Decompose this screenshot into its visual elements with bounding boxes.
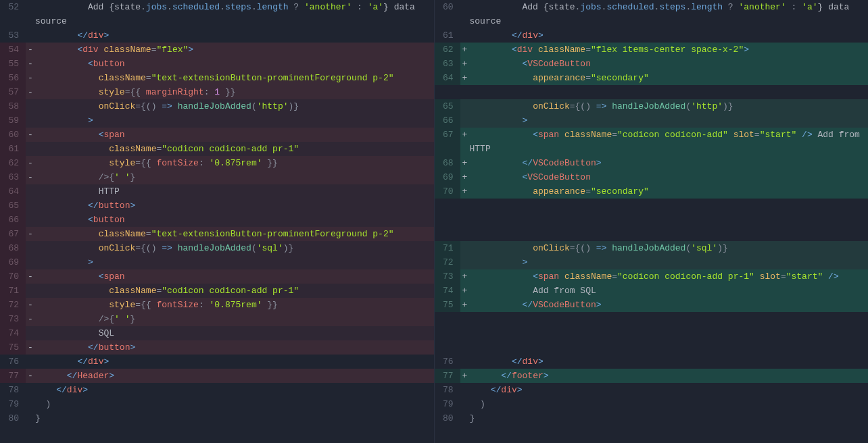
- diff-row[interactable]: 53 </div>: [0, 28, 434, 43]
- code-cell[interactable]: Add {state.jobs.scheduled.steps.length ?…: [470, 0, 869, 28]
- code-cell[interactable]: <button: [35, 57, 434, 71]
- code-cell[interactable]: <span className="codicon codicon-add pr-…: [470, 269, 869, 284]
- diff-row[interactable]: 64 HTTP: [0, 184, 434, 199]
- diff-row[interactable]: 57- style={{ marginRight: 1 }}: [0, 85, 434, 99]
- diff-row[interactable]: 71 className="codicon codicon-add pr-1": [0, 284, 434, 298]
- code-cell[interactable]: <span: [35, 269, 434, 284]
- code-cell[interactable]: <div className="flex">: [35, 43, 434, 57]
- diff-row[interactable]: 72- style={{ fontSize: '0.875rem' }}: [0, 298, 434, 312]
- diff-row[interactable]: 78 </div>: [0, 383, 434, 397]
- diff-row[interactable]: 74 SQL: [0, 326, 434, 340]
- code-cell[interactable]: </VSCodeButton>: [470, 298, 869, 312]
- code-cell[interactable]: />{' '}: [35, 170, 434, 184]
- diff-row[interactable]: 62+ <div className="flex items-center sp…: [435, 43, 869, 57]
- diff-row[interactable]: [435, 326, 869, 340]
- code-cell[interactable]: style={{ fontSize: '0.875rem' }}: [35, 298, 434, 312]
- diff-row[interactable]: 63+ <VSCodeButton: [435, 57, 869, 71]
- diff-row[interactable]: 67- className="text-extensionButton-prom…: [0, 227, 434, 241]
- diff-row[interactable]: 71 onClick={() => handleJobAdded('sql')}: [435, 241, 869, 255]
- diff-row[interactable]: 66 <button: [0, 213, 434, 227]
- code-cell[interactable]: onClick={() => handleJobAdded('http')}: [470, 99, 869, 113]
- code-cell[interactable]: ): [470, 397, 869, 411]
- code-cell[interactable]: style={{ fontSize: '0.875rem' }}: [35, 156, 434, 170]
- diff-row[interactable]: 80}: [0, 411, 434, 425]
- code-cell[interactable]: [470, 199, 869, 213]
- code-cell[interactable]: >: [470, 255, 869, 269]
- code-cell[interactable]: [470, 227, 869, 241]
- diff-row[interactable]: 58 onClick={() => handleJobAdded('http')…: [0, 99, 434, 113]
- diff-row[interactable]: 67+ <span className="codicon codicon-add…: [435, 128, 869, 156]
- diff-row[interactable]: 70- <span: [0, 269, 434, 284]
- code-cell[interactable]: <VSCodeButton: [470, 57, 869, 71]
- diff-row[interactable]: 68 onClick={() => handleJobAdded('sql')}: [0, 241, 434, 255]
- code-cell[interactable]: className="codicon codicon-add pr-1": [35, 284, 434, 298]
- diff-row[interactable]: 80}: [435, 411, 869, 425]
- code-cell[interactable]: </VSCodeButton>: [470, 156, 869, 170]
- diff-row[interactable]: 72 >: [435, 255, 869, 269]
- code-cell[interactable]: />{' '}: [35, 312, 434, 326]
- diff-row[interactable]: 66 >: [435, 113, 869, 128]
- diff-pane-right[interactable]: 60 Add {state.jobs.scheduled.steps.lengt…: [435, 0, 869, 443]
- code-cell[interactable]: className="codicon codicon-add pr-1": [35, 142, 434, 156]
- code-cell[interactable]: appearance="secondary": [470, 71, 869, 85]
- diff-row[interactable]: 63- />{' '}: [0, 170, 434, 184]
- diff-row[interactable]: 55- <button: [0, 57, 434, 71]
- diff-row[interactable]: 79 ): [435, 397, 869, 411]
- diff-row[interactable]: 61 </div>: [435, 28, 869, 43]
- diff-row[interactable]: 61 className="codicon codicon-add pr-1": [0, 142, 434, 156]
- diff-row[interactable]: 76 </div>: [0, 355, 434, 369]
- diff-row[interactable]: 74+ Add from SQL: [435, 284, 869, 298]
- code-cell[interactable]: [470, 85, 869, 99]
- diff-row[interactable]: [435, 340, 869, 355]
- code-cell[interactable]: HTTP: [35, 184, 434, 199]
- code-cell[interactable]: [470, 340, 869, 355]
- code-cell[interactable]: <span className="codicon codicon-add" sl…: [470, 128, 869, 156]
- diff-row[interactable]: [435, 85, 869, 99]
- code-cell[interactable]: Add from SQL: [470, 284, 869, 298]
- code-cell[interactable]: </div>: [470, 355, 869, 369]
- code-cell[interactable]: </div>: [35, 355, 434, 369]
- code-cell[interactable]: SQL: [35, 326, 434, 340]
- code-cell[interactable]: onClick={() => handleJobAdded('sql')}: [35, 241, 434, 255]
- code-cell[interactable]: onClick={() => handleJobAdded('http')}: [35, 99, 434, 113]
- diff-row[interactable]: 78 </div>: [435, 383, 869, 397]
- code-cell[interactable]: [470, 213, 869, 227]
- code-cell[interactable]: [470, 326, 869, 340]
- diff-row[interactable]: 60 Add {state.jobs.scheduled.steps.lengt…: [435, 0, 869, 28]
- code-cell[interactable]: </div>: [35, 28, 434, 43]
- code-cell[interactable]: className="text-extensionButton-prominen…: [35, 227, 434, 241]
- diff-row[interactable]: 59 >: [0, 113, 434, 128]
- code-cell[interactable]: className="text-extensionButton-prominen…: [35, 71, 434, 85]
- code-cell[interactable]: </div>: [35, 383, 434, 397]
- diff-row[interactable]: 79 ): [0, 397, 434, 411]
- diff-row[interactable]: [435, 199, 869, 213]
- diff-row[interactable]: 69 >: [0, 255, 434, 269]
- code-cell[interactable]: ): [35, 397, 434, 411]
- diff-row[interactable]: 68+ </VSCodeButton>: [435, 156, 869, 170]
- diff-row[interactable]: 60- <span: [0, 128, 434, 142]
- diff-row[interactable]: 64+ appearance="secondary": [435, 71, 869, 85]
- code-cell[interactable]: appearance="secondary": [470, 184, 869, 199]
- code-cell[interactable]: }: [35, 411, 434, 425]
- code-cell[interactable]: </Header>: [35, 369, 434, 383]
- code-cell[interactable]: }: [470, 411, 869, 425]
- diff-row[interactable]: 77+ </footer>: [435, 369, 869, 383]
- diff-row[interactable]: 69+ <VSCodeButton: [435, 170, 869, 184]
- diff-row[interactable]: 73- />{' '}: [0, 312, 434, 326]
- diff-row[interactable]: 62- style={{ fontSize: '0.875rem' }}: [0, 156, 434, 170]
- diff-row[interactable]: [435, 312, 869, 326]
- diff-pane-left[interactable]: 52 Add {state.jobs.scheduled.steps.lengt…: [0, 0, 435, 443]
- code-cell[interactable]: style={{ marginRight: 1 }}: [35, 85, 434, 99]
- code-cell[interactable]: Add {state.jobs.scheduled.steps.length ?…: [35, 0, 434, 28]
- code-cell[interactable]: <button: [35, 213, 434, 227]
- code-cell[interactable]: <span: [35, 128, 434, 142]
- code-cell[interactable]: </div>: [470, 383, 869, 397]
- diff-row[interactable]: 77- </Header>: [0, 369, 434, 383]
- code-cell[interactable]: <VSCodeButton: [470, 170, 869, 184]
- code-cell[interactable]: >: [35, 113, 434, 128]
- diff-row[interactable]: 65 </button>: [0, 199, 434, 213]
- diff-row[interactable]: 52 Add {state.jobs.scheduled.steps.lengt…: [0, 0, 434, 28]
- diff-row[interactable]: [435, 213, 869, 227]
- code-cell[interactable]: </footer>: [470, 369, 869, 383]
- code-cell[interactable]: >: [35, 255, 434, 269]
